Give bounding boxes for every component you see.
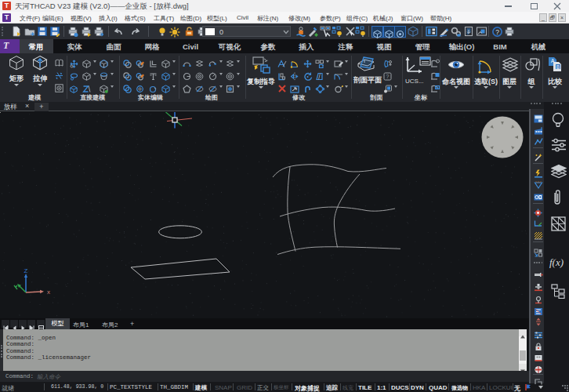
svg-text:Z: Z — [24, 267, 28, 274]
svg-text:?: ? — [386, 74, 390, 79]
svg-text:B: B — [556, 64, 560, 70]
svg-text:?: ? — [495, 28, 499, 36]
svg-text:x: x — [47, 289, 50, 296]
